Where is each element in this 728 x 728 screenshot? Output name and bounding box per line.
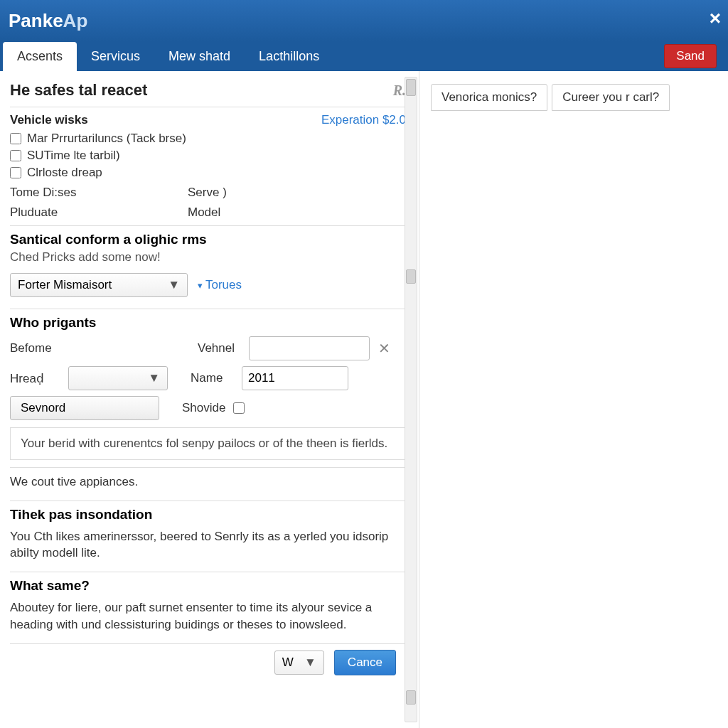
row-plu-model: Pluduate Model: [10, 205, 406, 220]
check-sutime-box[interactable]: [10, 150, 21, 161]
row-befome-vehnel: Befome Vehnel ✕: [10, 336, 406, 360]
vehicle-wisks-row: Vehicle wisks Experation $2.0: [10, 113, 406, 127]
check-sutime[interactable]: SUTime lte tarbil): [10, 149, 406, 163]
what-body: Aboutey for liere, our paft surnet ensen…: [10, 599, 406, 633]
torues-label: Torues: [205, 278, 242, 292]
row-tome-serve: Tome Di:ses Serve ): [10, 186, 406, 200]
check-clrloste-label: Clrloste dreap: [27, 166, 102, 180]
tab-bar: Acsents Servicus Mew shatd Lacthillons S…: [0, 41, 728, 71]
divider: [10, 309, 406, 309]
pluduate: Pluduate: [10, 205, 159, 220]
scrollbar[interactable]: [405, 77, 417, 722]
scroll-thumb-mid[interactable]: [406, 269, 416, 284]
caret-icon: ▼: [148, 371, 160, 385]
row-sevnord-shovide: Sevnord Shovide: [10, 396, 406, 420]
tab-servicus[interactable]: Servicus: [77, 42, 154, 71]
tihek-body: You Cth likes amerinerssor, beered to Se…: [10, 528, 406, 562]
tab-acsents[interactable]: Acsents: [3, 42, 77, 71]
cance-button[interactable]: Cance: [334, 650, 396, 675]
scroll-thumb-bottom[interactable]: [406, 690, 416, 705]
check-clrloste-box[interactable]: [10, 167, 21, 178]
title-text: He safes tal reacet: [10, 81, 147, 100]
who-head: Who prigants: [10, 315, 406, 331]
name-label: Name: [191, 371, 233, 385]
note-box: Your berid with curenentcs fol senpy pai…: [10, 427, 406, 460]
caret-icon: ▼: [168, 278, 180, 292]
close-icon[interactable]: ×: [710, 7, 721, 30]
divider: [10, 572, 406, 572]
santical-sub: Ched Pricks add some now!: [10, 250, 406, 264]
santical-select-row: Forter Mismaisort ▼ ▾ Torues: [10, 273, 406, 297]
sand-button[interactable]: Sand: [664, 44, 717, 68]
divider: [10, 500, 406, 501]
befome-label: Befome: [10, 341, 60, 355]
model: Model: [188, 205, 220, 220]
divider: [10, 467, 406, 468]
divider: [10, 225, 406, 226]
w-dropdown[interactable]: W ▼: [274, 651, 324, 675]
app-logo: PankeAp: [9, 10, 87, 32]
clear-vehnel-icon[interactable]: ✕: [378, 340, 390, 357]
chevron-down-icon: ▾: [198, 280, 203, 291]
logo-part2: Ap: [63, 10, 88, 31]
forter-dropdown-value: Forter Mismaisort: [18, 278, 112, 292]
left-pane: He safes tal reacet R. Vehicle wisks Exp…: [0, 71, 419, 728]
row-hread-name: Hreaḍ ▼ Name: [10, 366, 406, 390]
tab-lacthillons[interactable]: Lacthillons: [245, 42, 333, 71]
tihek-head: Tihek pas insondation: [10, 507, 406, 523]
shovide-checkbox[interactable]: [233, 402, 245, 414]
scroll-content: He safes tal reacet R. Vehicle wisks Exp…: [0, 71, 419, 728]
vehnel-label: Vehnel: [198, 341, 240, 355]
divider: [10, 107, 406, 107]
bottom-bar: W ▼ Cance: [10, 643, 406, 675]
logo-part1: Panke: [9, 10, 63, 31]
serve: Serve ): [188, 186, 227, 200]
appliances-text: We cout tive appiances.: [10, 473, 406, 491]
app-header: PankeAp ×: [0, 0, 728, 41]
check-mar-box[interactable]: [10, 133, 21, 144]
sevnord-button[interactable]: Sevnord: [10, 396, 159, 420]
right-pane: Venorica monics? Cureer you r carl?: [419, 71, 728, 728]
what-head: What same?: [10, 578, 406, 594]
hread-label: Hreaḍ: [10, 371, 60, 386]
scroll-thumb-top[interactable]: [406, 79, 416, 96]
experation-link[interactable]: Experation $2.0: [321, 113, 406, 127]
caret-icon: ▼: [304, 655, 316, 670]
page-title: He safes tal reacet R.: [10, 81, 406, 100]
main-area: He safes tal reacet R. Vehicle wisks Exp…: [0, 71, 728, 728]
check-sutime-label: SUTime lte tarbil): [27, 149, 120, 163]
santical-head: Santical conform a olighic rms: [10, 232, 406, 247]
rtab-cureer[interactable]: Cureer you r carl?: [552, 84, 670, 111]
torues-link[interactable]: ▾ Torues: [198, 278, 242, 292]
vehicle-wisks-label: Vehicle wisks: [10, 113, 88, 127]
forter-dropdown[interactable]: Forter Mismaisort ▼: [10, 273, 188, 297]
right-tabs: Venorica monics? Cureer you r carl?: [431, 84, 717, 111]
tab-mewshatd[interactable]: Mew shatd: [154, 42, 245, 71]
hread-dropdown[interactable]: ▼: [68, 366, 168, 390]
check-clrloste[interactable]: Clrloste dreap: [10, 166, 406, 180]
tome-disses: Tome Di:ses: [10, 186, 159, 200]
name-input[interactable]: [242, 366, 348, 390]
check-mar-label: Mar Prrurtariluncs (Tack brse): [27, 132, 186, 146]
shovide-label: Shovide: [182, 401, 225, 415]
vehnel-input[interactable]: [249, 336, 370, 360]
rtab-venorica[interactable]: Venorica monics?: [431, 84, 547, 111]
note-text: Your berid with curenentcs fol senpy pai…: [21, 437, 387, 450]
w-dropdown-value: W: [282, 655, 294, 670]
check-mar[interactable]: Mar Prrurtariluncs (Tack brse): [10, 132, 406, 146]
